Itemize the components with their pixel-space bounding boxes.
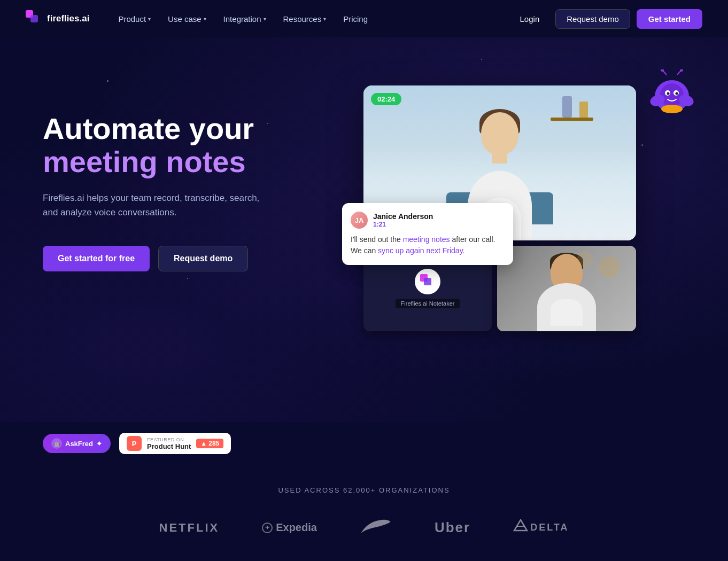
get-started-button-nav[interactable]: Get started [637, 9, 702, 29]
nav-item-resources[interactable]: Resources ▾ [276, 10, 334, 28]
ph-name: Product Hunt [147, 442, 191, 450]
nike-logo [359, 514, 393, 541]
fred-avatar-icon: 🤖 [51, 438, 62, 449]
logo-icon [26, 10, 43, 27]
chat-sender-name: Janice Anderson [373, 212, 433, 221]
askfred-badge[interactable]: 🤖 AskFred ✦ [43, 434, 111, 453]
svg-point-10 [667, 92, 670, 95]
svg-rect-16 [424, 278, 431, 285]
chevron-down-icon: ▾ [323, 16, 326, 22]
svg-point-12 [661, 105, 683, 113]
login-button[interactable]: Login [510, 10, 549, 28]
svg-line-4 [677, 71, 681, 75]
logos-row: NETFLIX ✈ Expedia Uber DELTA [43, 516, 685, 540]
producthunt-icon: P [127, 436, 142, 451]
netflix-logo: NETFLIX [159, 521, 220, 535]
hero-left: Automate your meeting notes Fireflies.ai… [43, 80, 310, 271]
get-started-free-button[interactable]: Get started for free [43, 246, 150, 271]
badges-section: 🤖 AskFred ✦ P FEATURED ON Product Hunt ▲… [0, 433, 728, 454]
social-proof-section: USED ACROSS 62,000+ ORGANIZATIONS NETFLI… [0, 454, 728, 561]
nav-item-product[interactable]: Product ▾ [111, 10, 158, 28]
chat-message: I'll send out the meeting notes after ou… [351, 234, 505, 256]
hero-video-section: 02:24 JA Janice Anderson 1:21 I'll send … [342, 85, 685, 342]
chat-avatar: JA [351, 212, 368, 229]
svg-line-2 [663, 71, 667, 75]
logo-text: fireflies.ai [47, 13, 89, 24]
svg-rect-1 [30, 15, 38, 22]
nav-right: Login Request demo Get started [510, 9, 702, 29]
expedia-logo: ✈ Expedia [262, 521, 317, 534]
secondary-video-tile [497, 246, 636, 331]
request-demo-button-nav[interactable]: Request demo [555, 9, 630, 29]
chevron-down-icon: ▾ [204, 16, 206, 22]
chat-timestamp: 1:21 [373, 221, 433, 228]
chat-bubble: JA Janice Anderson 1:21 I'll send out th… [342, 203, 513, 265]
chevron-down-icon: ▾ [264, 16, 266, 22]
hero-cta: Get started for free Request demo [43, 246, 310, 271]
expedia-icon: ✈ [262, 523, 273, 533]
nav-item-integration[interactable]: Integration ▾ [216, 10, 274, 28]
uber-logo: Uber [435, 519, 470, 536]
svg-marker-17 [514, 520, 527, 531]
hero-description: Fireflies.ai helps your team record, tra… [43, 191, 267, 220]
producthunt-badge[interactable]: P FEATURED ON Product Hunt ▲ 285 [119, 433, 231, 454]
chat-link-sync[interactable]: sync up again next Friday. [378, 246, 464, 255]
logo[interactable]: fireflies.ai [26, 10, 89, 27]
social-proof-label: USED ACROSS 62,000+ ORGANIZATIONS [43, 486, 685, 494]
chat-link-meeting-notes[interactable]: meeting notes [403, 235, 450, 244]
request-demo-button-hero[interactable]: Request demo [158, 246, 248, 271]
sparkle-icon: ✦ [96, 440, 102, 448]
timer-badge: 02:24 [371, 93, 401, 105]
svg-point-7 [660, 83, 684, 107]
nav-links: Product ▾ Use case ▾ Integration ▾ Resou… [111, 10, 510, 28]
delta-logo: DELTA [513, 519, 569, 537]
notetaker-icon [415, 269, 440, 294]
ph-count-badge: ▲ 285 [196, 439, 223, 448]
hero-title: Automate your meeting notes [43, 112, 310, 178]
nav-item-usecase[interactable]: Use case ▾ [160, 10, 214, 28]
ph-featured-text: FEATURED ON [147, 437, 191, 442]
nav-item-pricing[interactable]: Pricing [336, 10, 375, 28]
svg-point-11 [676, 92, 678, 95]
notetaker-label: Fireflies.ai Notetaker [396, 299, 460, 308]
hero-title-accent: meeting notes [43, 145, 310, 178]
navbar: fireflies.ai Product ▾ Use case ▾ Integr… [0, 0, 728, 37]
hero-section: Automate your meeting notes Fireflies.ai… [0, 37, 728, 422]
chevron-down-icon: ▾ [148, 16, 151, 22]
robot-mascot [648, 69, 696, 118]
